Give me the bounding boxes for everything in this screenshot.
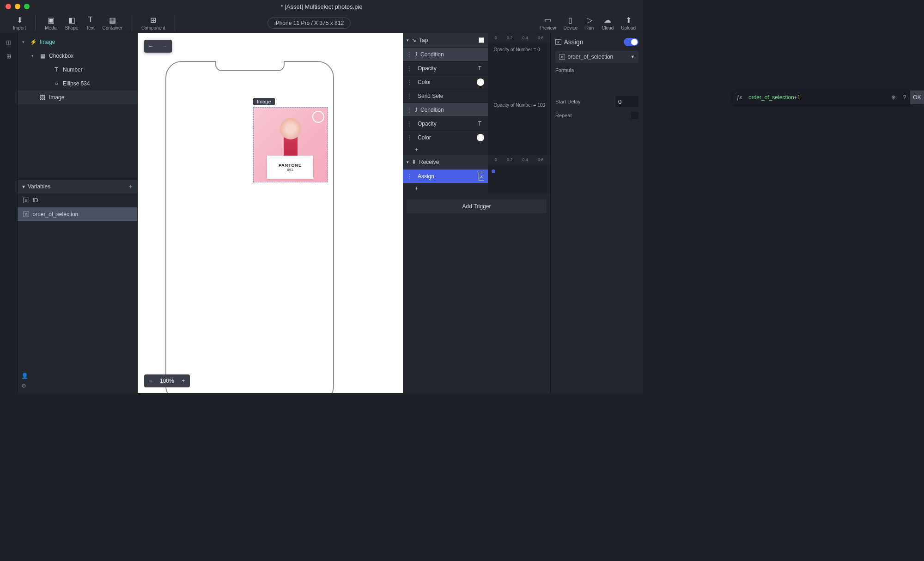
grip-icon: ⋮ <box>407 134 412 141</box>
toolbar: ⬇ Import ▣ Media ◧ Shape T Text ▦ Contai… <box>0 13 643 33</box>
run-button[interactable]: ▷ Run <box>581 14 598 31</box>
selected-layer[interactable]: Image PANTONE 691 <box>253 107 328 182</box>
device-selector[interactable]: iPhone 11 Pro / X 375 x 812 <box>267 18 351 29</box>
repeat-checkbox[interactable] <box>631 112 638 119</box>
variable-icon: x <box>479 172 485 181</box>
timeline-ruler: 00.20.40.6 <box>488 155 550 164</box>
forward-button[interactable]: → <box>158 40 172 53</box>
action-row-color[interactable]: ⋮Color <box>403 75 488 89</box>
preview-button[interactable]: ▭ Preview <box>536 14 560 31</box>
add-action-button[interactable]: + <box>403 183 488 194</box>
start-delay-label: Start Delay <box>555 99 580 104</box>
layer-row-1[interactable]: ▾▦Checkbox <box>18 49 137 63</box>
T-icon: T <box>53 66 60 73</box>
action-row-color[interactable]: ⋮Color <box>403 130 488 144</box>
text-button[interactable]: T Text <box>82 14 99 31</box>
import-button[interactable]: ⬇ Import <box>9 14 30 31</box>
phone-icon: ▯ <box>566 15 575 24</box>
zoom-icon[interactable] <box>24 4 30 9</box>
component-button[interactable]: ⊞ Component <box>138 14 169 31</box>
upload-icon: ⬆ <box>624 15 633 24</box>
action-row-send-sele[interactable]: ⋮Send Sele <box>403 89 488 103</box>
zoom-in-button[interactable]: + <box>177 378 190 384</box>
selection-label: Image <box>253 98 275 105</box>
monitor-icon: ▭ <box>543 15 553 24</box>
zoom-out-button[interactable]: − <box>144 378 157 384</box>
layer-row-2[interactable]: TNumber <box>18 63 137 77</box>
assign-header: x Assign <box>555 38 638 46</box>
formula-label: Formula <box>555 67 638 73</box>
action-row-opacity[interactable]: ⋮OpacityT <box>403 116 488 130</box>
action-row-opacity[interactable]: ⋮OpacityT <box>403 61 488 75</box>
start-delay-input[interactable] <box>615 96 638 107</box>
color-icon <box>477 78 484 86</box>
bolt-icon: ⚡ <box>30 38 37 46</box>
grip-icon: ⋮ <box>407 173 412 180</box>
media-button[interactable]: ▣ Media <box>41 14 61 31</box>
add-page-icon[interactable]: ⊞ <box>4 52 13 61</box>
condition-note: Opacity of Number = 0 <box>490 46 543 53</box>
trigger-icon: ↘ <box>412 37 416 43</box>
add-variable-icon[interactable]: + <box>129 183 133 190</box>
add-trigger-button[interactable]: Add Trigger <box>407 199 547 213</box>
variables-header[interactable]: ▾Variables + <box>18 180 137 193</box>
play-icon: ▣ <box>47 15 56 24</box>
add-action-button[interactable]: + <box>403 144 488 155</box>
zoom-control: − 100% + <box>144 374 190 387</box>
variable-row-0[interactable]: xID <box>18 193 137 207</box>
user-icon[interactable]: 👤 <box>21 373 134 379</box>
action-row-condition[interactable]: ⋮⤴Condition <box>403 103 488 116</box>
grip-icon: ⋮ <box>407 65 412 72</box>
container-icon: ▦ <box>108 15 117 24</box>
cloud-button[interactable]: ☁ Cloud <box>598 14 617 31</box>
action-icon: ⤴ <box>415 107 418 113</box>
action-row-condition[interactable]: ⋮⤴Condition <box>403 47 488 61</box>
variable-icon: x <box>559 54 565 60</box>
layer-row-3[interactable]: ○Ellipse 534 <box>18 77 137 90</box>
panels-icon[interactable]: ◫ <box>4 38 13 47</box>
container-button[interactable]: ▦ Container <box>99 14 126 31</box>
minimize-icon[interactable] <box>15 4 20 9</box>
settings-icon[interactable]: ⚙ <box>21 383 134 389</box>
trigger-header-receive[interactable]: ▾⬇Receive <box>403 155 488 169</box>
back-button[interactable]: ← <box>144 40 158 53</box>
text-icon: T <box>86 15 95 24</box>
action-row-assign[interactable]: ⋮Assignx <box>403 169 488 183</box>
layer-row-4[interactable]: 🖼Image <box>18 90 137 104</box>
grip-icon: ⋮ <box>407 51 412 58</box>
trigger-header-tap[interactable]: ▾↘Tap <box>403 33 488 47</box>
shape-icon: ◧ <box>67 15 76 24</box>
timeline-ruler: 00.20.40.6 <box>488 33 550 42</box>
text-icon: T <box>475 119 484 128</box>
window-controls <box>6 4 30 9</box>
grip-icon: ⋮ <box>407 79 412 85</box>
layer-tree: ▾⚡Image▾▦CheckboxTNumber○Ellipse 534🖼Ima… <box>18 33 137 180</box>
repeat-label: Repeat <box>555 113 571 118</box>
layers-sidebar: ▾⚡Image▾▦CheckboxTNumber○Ellipse 534🖼Ima… <box>18 33 138 393</box>
variable-icon: x <box>23 211 29 217</box>
variable-icon: x <box>555 39 561 45</box>
timeline-keyframe[interactable] <box>492 169 495 173</box>
close-icon[interactable] <box>6 4 11 9</box>
cloud-icon: ☁ <box>603 15 612 24</box>
color-swatch[interactable] <box>479 37 484 43</box>
variable-select[interactable]: x order_of_selection ▼ <box>555 51 638 63</box>
circle-icon: ○ <box>53 80 60 87</box>
zoom-value[interactable]: 100% <box>157 378 177 384</box>
condition-note: Opacity of Number = 100 <box>490 102 548 109</box>
image-icon: 🖼 <box>39 94 46 101</box>
device-button[interactable]: ▯ Device <box>560 14 582 31</box>
properties-panel: x Assign x order_of_selection ▼ Formula … <box>551 33 643 393</box>
layer-row-0[interactable]: ▾⚡Image <box>18 35 137 49</box>
variable-row-1[interactable]: xorder_of_selection <box>18 207 137 221</box>
device-notch <box>215 61 285 71</box>
selection-outline <box>253 107 328 182</box>
grip-icon: ⋮ <box>407 93 412 99</box>
canvas[interactable]: ← → Image PANTONE 691 − 100% + <box>138 33 403 393</box>
play-triangle-icon: ▷ <box>585 15 594 24</box>
interactions-panel: ▾↘Tap⋮⤴Condition⋮OpacityT⋮Color⋮Send Sel… <box>403 33 551 393</box>
enabled-toggle[interactable] <box>624 38 638 46</box>
shape-button[interactable]: ◧ Shape <box>61 14 82 31</box>
upload-button[interactable]: ⬆ Upload <box>617 14 639 31</box>
text-icon: T <box>475 64 484 73</box>
